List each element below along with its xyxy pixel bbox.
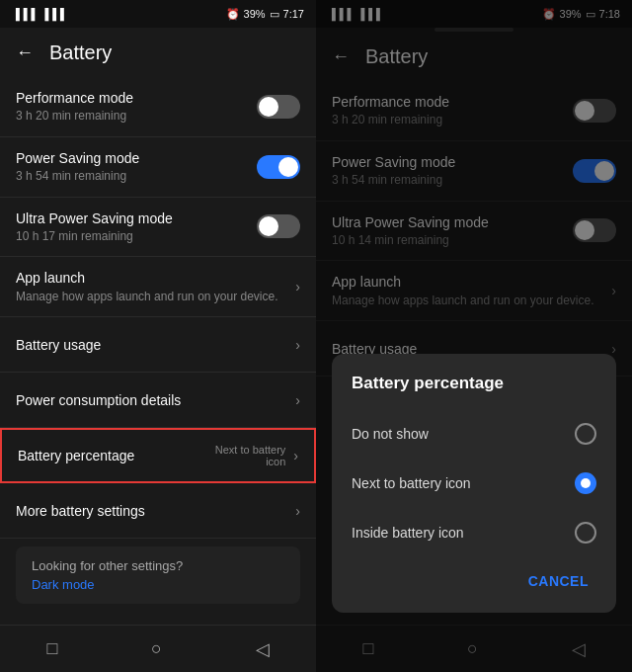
left-more-battery-chevron: › — [295, 503, 300, 519]
left-power-consumption-chevron: › — [295, 392, 300, 408]
left-page-header: ← Battery — [0, 28, 316, 77]
left-nav-square[interactable]: □ — [23, 630, 81, 667]
left-app-launch-item[interactable]: App launch Manage how apps launch and ru… — [0, 257, 316, 317]
left-power-saving-item[interactable]: Power Saving mode 3 h 54 min remaining — [0, 137, 316, 198]
left-power-saving-subtitle: 3 h 54 min remaining — [16, 169, 257, 185]
left-more-battery-title: More battery settings — [16, 502, 295, 520]
dialog-radio-do-not-show[interactable] — [575, 423, 596, 445]
left-status-left: ▐▐▐ ▐▐▐ — [12, 8, 64, 20]
left-status-right: ⏰ 39% ▭ 7:17 — [226, 8, 304, 21]
left-status-bar: ▐▐▐ ▐▐▐ ⏰ 39% ▭ 7:17 — [0, 0, 316, 28]
left-back-button[interactable]: ← — [16, 42, 34, 63]
dialog-title: Battery percentage — [332, 374, 616, 409]
left-more-battery-content: More battery settings — [16, 502, 295, 520]
left-ultra-power-subtitle: 10 h 17 min remaining — [16, 229, 257, 245]
left-battery-percentage-content: Battery percentage — [18, 447, 206, 464]
left-battery-usage-title: Battery usage — [16, 336, 295, 354]
left-battery-percentage-right: Next to battery icon › — [206, 444, 298, 467]
left-performance-mode-content: Performance mode 3 h 20 min remaining — [16, 89, 257, 125]
dialog-radio-next-to-battery[interactable] — [575, 472, 596, 494]
left-power-consumption-title: Power consumption details — [16, 391, 295, 409]
dialog-cancel-row: CANCEL — [332, 557, 616, 613]
left-battery-percentage-item[interactable]: Battery percentage Next to battery icon … — [0, 428, 316, 483]
left-info-card-text: Looking for other settings? — [32, 558, 284, 573]
left-power-consumption-item[interactable]: Power consumption details › — [0, 373, 316, 428]
left-battery-percentage-chevron: › — [293, 448, 298, 463]
left-performance-mode-title: Performance mode — [16, 89, 257, 107]
battery-percentage-dialog: Battery percentage Do not show Next to b… — [332, 354, 616, 613]
left-app-launch-title: App launch — [16, 269, 295, 287]
left-page-title: Battery — [49, 42, 112, 64]
left-ultra-power-content: Ultra Power Saving mode 10 h 17 min rema… — [16, 210, 257, 245]
dialog-cancel-button[interactable]: CANCEL — [520, 565, 596, 597]
left-panel: ▐▐▐ ▐▐▐ ⏰ 39% ▭ 7:17 ← Battery Performan… — [0, 0, 316, 672]
dialog-option-do-not-show-label: Do not show — [352, 426, 429, 442]
left-power-saving-toggle[interactable] — [257, 155, 300, 179]
left-ultra-power-item[interactable]: Ultra Power Saving mode 10 h 17 min rema… — [0, 198, 316, 258]
left-performance-mode-toggle[interactable] — [257, 95, 300, 119]
left-nav-back[interactable]: ◁ — [232, 630, 293, 668]
dialog-option-inside-battery[interactable]: Inside battery icon — [332, 508, 616, 557]
left-power-consumption-content: Power consumption details — [16, 391, 295, 409]
left-performance-mode-subtitle: 3 h 20 min remaining — [16, 109, 257, 125]
left-settings-list: Performance mode 3 h 20 min remaining Po… — [0, 77, 316, 625]
dialog-option-next-to-battery-label: Next to battery icon — [352, 475, 471, 491]
left-battery-percentage-value: Next to battery icon — [206, 444, 285, 467]
signal-icon-2: ▐▐▐ — [40, 8, 63, 20]
left-battery-usage-item[interactable]: Battery usage › — [0, 317, 316, 373]
left-app-launch-chevron: › — [295, 279, 300, 294]
battery-icon-left: ▭ — [270, 8, 279, 21]
dialog-overlay: Battery percentage Do not show Next to b… — [316, 0, 632, 672]
dark-mode-link[interactable]: Dark mode — [32, 577, 284, 592]
left-battery-usage-content: Battery usage — [16, 336, 295, 354]
left-performance-mode-item[interactable]: Performance mode 3 h 20 min remaining — [0, 77, 316, 137]
left-power-saving-content: Power Saving mode 3 h 54 min remaining — [16, 149, 257, 185]
signal-icon: ▐▐▐ — [12, 8, 35, 20]
dialog-option-do-not-show[interactable]: Do not show — [332, 409, 616, 459]
left-battery-percentage-title: Battery percentage — [18, 447, 206, 464]
left-battery-usage-chevron: › — [295, 337, 300, 353]
dialog-option-next-to-battery[interactable]: Next to battery icon — [332, 459, 616, 508]
left-info-card: Looking for other settings? Dark mode — [16, 546, 300, 604]
time-left: 7:17 — [283, 8, 304, 20]
left-app-launch-content: App launch Manage how apps launch and ru… — [16, 269, 295, 304]
left-nav-circle[interactable]: ○ — [127, 630, 186, 667]
left-bottom-nav: □ ○ ◁ — [0, 625, 316, 672]
left-ultra-power-title: Ultra Power Saving mode — [16, 210, 257, 227]
left-app-launch-subtitle: Manage how apps launch and run on your d… — [16, 290, 295, 305]
dialog-radio-inside-battery[interactable] — [575, 522, 596, 544]
alarm-icon: ⏰ — [226, 8, 240, 21]
left-more-battery-item[interactable]: More battery settings › — [0, 483, 316, 539]
left-ultra-power-toggle[interactable] — [257, 214, 300, 238]
dialog-option-inside-battery-label: Inside battery icon — [352, 525, 464, 541]
battery-percent-left: 39% — [244, 8, 266, 20]
left-power-saving-title: Power Saving mode — [16, 149, 257, 167]
right-panel-wrapper: ▐▐▐ ▐▐▐ ⏰ 39% ▭ 7:18 ← Battery Performan… — [316, 0, 632, 672]
